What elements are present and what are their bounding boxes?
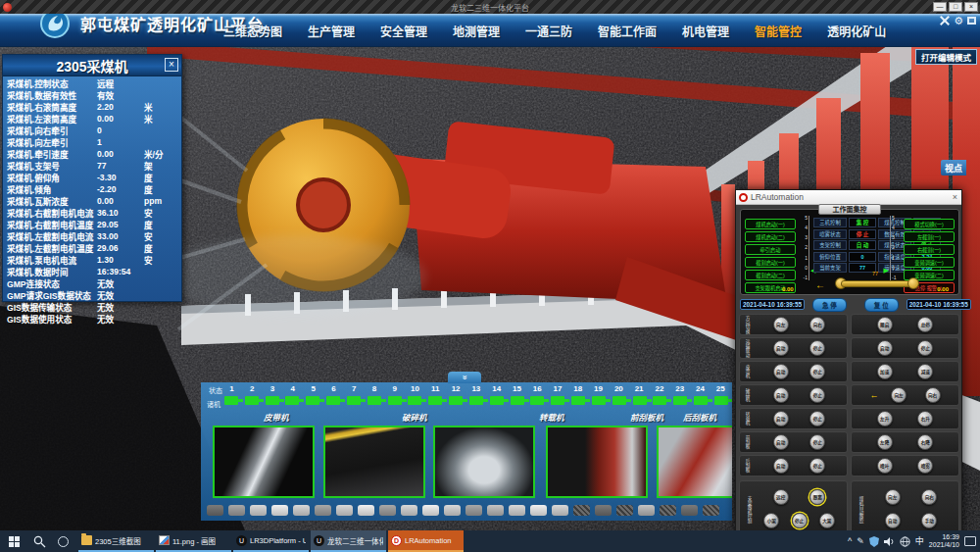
thumbnail[interactable] bbox=[703, 505, 719, 516]
clock[interactable]: 16:39 2021/4/10 bbox=[929, 533, 959, 549]
device-button[interactable]: 加速 bbox=[877, 364, 893, 379]
taskbar-task[interactable]: 11.png - 画图 bbox=[156, 530, 231, 552]
device-button[interactable]: 启动 bbox=[773, 411, 789, 427]
start-button[interactable]: 煤机启动(一) bbox=[745, 219, 796, 229]
search-button[interactable] bbox=[27, 530, 51, 552]
device-button[interactable]: 自动 bbox=[885, 513, 901, 528]
network-globe-icon[interactable] bbox=[900, 536, 910, 547]
device-button[interactable]: 停止 bbox=[809, 411, 825, 427]
thumbnail[interactable] bbox=[315, 505, 331, 516]
device-button[interactable]: 启动 bbox=[773, 387, 789, 403]
gear-icon[interactable]: ⚙ bbox=[954, 16, 963, 25]
taskbar-task[interactable]: 2305三维截图 bbox=[78, 530, 154, 552]
tools-icon[interactable] bbox=[940, 16, 950, 25]
device-button[interactable]: 启动 bbox=[877, 340, 893, 356]
device-button[interactable]: 向右 bbox=[925, 387, 941, 403]
start-button[interactable] bbox=[0, 530, 27, 552]
defender-shield-icon[interactable] bbox=[869, 536, 879, 547]
device-button[interactable]: 右升 bbox=[917, 411, 933, 427]
reset-button[interactable]: 复 位 bbox=[864, 298, 899, 312]
maximize-button[interactable]: □ bbox=[949, 2, 962, 12]
thumbnail[interactable] bbox=[250, 505, 267, 516]
device-button[interactable]: 远控 bbox=[773, 489, 789, 505]
thumbnail[interactable] bbox=[487, 505, 504, 516]
device-button[interactable]: 停止 bbox=[809, 364, 825, 379]
device-button[interactable]: 左降 bbox=[877, 434, 893, 450]
taskbar-task[interactable]: D LRAutomation bbox=[388, 530, 464, 552]
nav-menu-item[interactable]: 一通三防 bbox=[525, 23, 572, 39]
thumbnail[interactable] bbox=[444, 505, 461, 516]
tray-expand-icon[interactable]: ^ bbox=[848, 536, 852, 546]
close-icon[interactable]: × bbox=[165, 58, 178, 72]
thumbnail[interactable] bbox=[358, 505, 374, 516]
thumbnail[interactable] bbox=[336, 505, 353, 516]
mode-button[interactable]: 右截割(一) bbox=[904, 244, 955, 255]
device-button[interactable]: 顺启 bbox=[877, 317, 893, 332]
thumbnail[interactable] bbox=[401, 505, 417, 516]
taskbar-task[interactable]: U LR3DPlatform - U... bbox=[233, 530, 309, 552]
start-button[interactable]: 截割启动(一) bbox=[745, 257, 796, 268]
device-button[interactable]: 启动 bbox=[773, 458, 789, 474]
device-button[interactable]: 手动 bbox=[921, 513, 937, 528]
thumbnail[interactable] bbox=[681, 505, 698, 516]
device-button[interactable]: 总停 bbox=[917, 317, 933, 332]
viewpoint-tab[interactable]: 视点 bbox=[941, 160, 966, 176]
device-button[interactable]: 向左 bbox=[773, 317, 789, 332]
thumbnail[interactable] bbox=[573, 505, 590, 516]
thumbnail[interactable] bbox=[616, 505, 633, 516]
device-button[interactable]: 跟离 bbox=[809, 489, 825, 505]
pen-icon[interactable]: ✎ bbox=[857, 536, 864, 546]
restore-window-icon[interactable] bbox=[967, 17, 976, 25]
thumbnail[interactable] bbox=[660, 505, 676, 516]
taskbar-task[interactable]: U 龙软二三维一体化... bbox=[311, 530, 386, 552]
device-button[interactable]: 小架 bbox=[763, 513, 779, 528]
open-edit-mode-button[interactable]: 打开编辑模式 bbox=[915, 49, 977, 65]
device-button[interactable]: 停止 bbox=[809, 458, 825, 474]
notification-center-icon[interactable] bbox=[964, 536, 976, 546]
device-button[interactable]: 启动 bbox=[773, 340, 789, 356]
close-button[interactable]: × bbox=[964, 2, 978, 12]
device-button[interactable]: 向右 bbox=[809, 317, 825, 332]
device-button[interactable]: 启动 bbox=[773, 364, 789, 379]
device-button[interactable]: 大架 bbox=[819, 513, 835, 528]
thumbnail[interactable] bbox=[228, 505, 245, 516]
ime-indicator[interactable]: 中 bbox=[915, 536, 924, 546]
nav-menu-item[interactable]: 安全管理 bbox=[380, 23, 427, 39]
thumbnail[interactable] bbox=[271, 505, 288, 516]
camera-feed[interactable] bbox=[546, 426, 648, 498]
mode-button[interactable]: 左截割(一) bbox=[904, 231, 955, 242]
thumbnail[interactable] bbox=[422, 505, 439, 516]
camera-feed[interactable] bbox=[213, 426, 315, 498]
device-button[interactable]: 停止 bbox=[809, 387, 825, 403]
thumbnail[interactable] bbox=[379, 505, 396, 516]
nav-menu-item[interactable]: 智能工作面 bbox=[598, 23, 657, 39]
thumbnail[interactable] bbox=[293, 505, 310, 516]
device-button[interactable]: 减速 bbox=[917, 364, 933, 379]
device-button[interactable]: 右降 bbox=[917, 434, 933, 450]
device-button[interactable]: 左升 bbox=[877, 411, 893, 427]
start-button[interactable]: 截割启动(二) bbox=[745, 270, 796, 280]
thumbnail[interactable] bbox=[595, 505, 612, 516]
minimize-button[interactable]: — bbox=[933, 2, 947, 12]
lrautomation-titlebar[interactable]: LRAutomation × bbox=[736, 190, 961, 205]
mode-button[interactable]: 变频调速(一) bbox=[904, 257, 955, 268]
thumbnail[interactable] bbox=[530, 505, 547, 516]
thumbnail[interactable] bbox=[207, 505, 223, 516]
nav-menu-item[interactable]: 三维态势图 bbox=[223, 23, 282, 39]
thumbnail[interactable] bbox=[509, 505, 525, 516]
device-button[interactable]: 启动 bbox=[773, 434, 789, 450]
nav-menu-item[interactable]: 机电管理 bbox=[682, 23, 729, 39]
close-icon[interactable]: × bbox=[953, 192, 957, 202]
camera-feed[interactable] bbox=[657, 426, 732, 498]
workface-control-tab[interactable]: 工作面集控 bbox=[818, 204, 881, 215]
device-button[interactable]: 向左 bbox=[891, 387, 906, 403]
thumbnail[interactable] bbox=[466, 505, 482, 516]
cortana-button[interactable] bbox=[51, 530, 74, 552]
device-button[interactable]: 停止 bbox=[809, 340, 825, 356]
speaker-icon[interactable] bbox=[884, 536, 895, 547]
device-button[interactable]: 喷雾 bbox=[917, 458, 933, 474]
device-button[interactable]: 向右 bbox=[921, 489, 937, 505]
mode-button[interactable]: 模式切换(一) bbox=[904, 219, 955, 229]
start-button[interactable]: 牵引启动 bbox=[745, 244, 796, 255]
thumbnail[interactable] bbox=[552, 505, 568, 516]
